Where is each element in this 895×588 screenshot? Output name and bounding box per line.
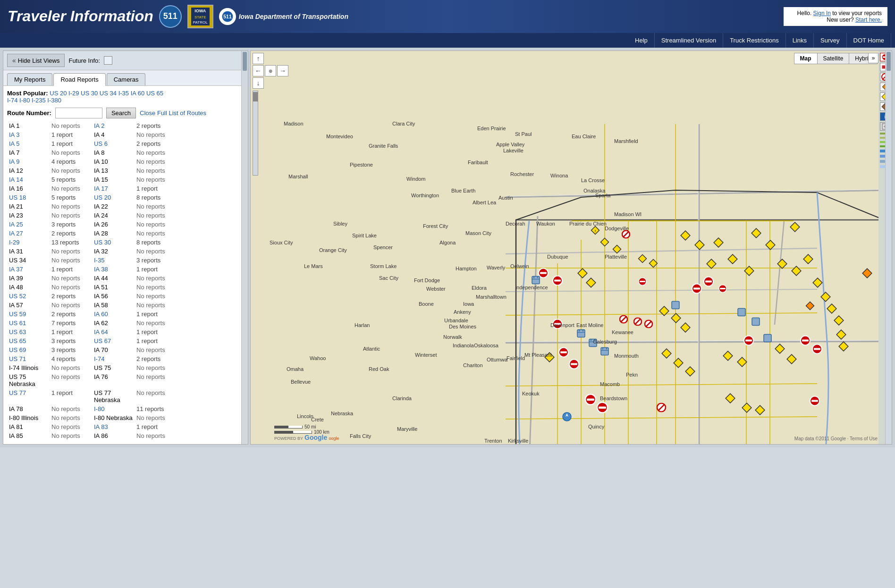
route-link-i-35[interactable]: I-35 [94, 257, 104, 264]
route-link-us69[interactable]: US 69 [9, 346, 26, 353]
route-number-input[interactable] [55, 108, 102, 118]
svg-rect-97 [723, 351, 733, 361]
route-link-us59[interactable]: US 59 [9, 311, 26, 318]
route-link-us63[interactable]: US 63 [9, 328, 26, 336]
hide-list-button[interactable]: « Hide List Views [7, 54, 65, 67]
route-link-ia9[interactable]: IA 9 [9, 158, 19, 165]
popular-us30[interactable]: US 30 [81, 90, 98, 97]
left-scrollbar[interactable] [241, 51, 248, 444]
map-incident-10[interactable] [703, 277, 714, 288]
start-here-link[interactable]: Start here. [855, 17, 882, 23]
route-reports: No reports [50, 301, 92, 310]
route-link-i-29[interactable]: I-29 [9, 239, 19, 246]
route-link-us65[interactable]: US 65 [9, 337, 26, 344]
route-link-i-80[interactable]: I-80 [94, 405, 104, 412]
route-link-ia37[interactable]: IA 37 [9, 266, 23, 273]
route-link-us77[interactable]: US 77 [9, 389, 26, 396]
tab-cameras[interactable]: Cameras [107, 73, 146, 85]
route-link-ia64[interactable]: IA 64 [94, 328, 108, 336]
map-incident-4[interactable] [558, 347, 569, 359]
map-collapse-button[interactable]: » [868, 53, 878, 63]
map-btn-north[interactable]: ↑ [253, 53, 264, 64]
popular-us20[interactable]: US 20 [50, 90, 67, 97]
table-row: US 617 reportsIA 62No reports [7, 319, 244, 328]
popular-i74[interactable]: I-74 [7, 97, 17, 104]
nav-survey[interactable]: Survey [814, 33, 846, 48]
map-incident-3[interactable] [552, 319, 563, 331]
diamond-31 [725, 393, 735, 405]
route-link-us6[interactable]: US 6 [94, 140, 108, 147]
map-incident-7[interactable] [597, 402, 608, 415]
zoom-slider[interactable] [253, 91, 258, 176]
close-full-list-link[interactable]: Close Full List of Routes [140, 109, 206, 117]
svg-rect-57 [811, 400, 818, 402]
map-incident-8[interactable] [638, 277, 647, 287]
map-vscroll[interactable] [885, 51, 892, 444]
route-link-ia14[interactable]: IA 14 [9, 176, 23, 183]
route-reports: 3 reports [135, 256, 244, 265]
map-btn-south[interactable]: ↓ [253, 77, 264, 89]
svg-text:511: 511 [223, 13, 232, 19]
popular-ia60[interactable]: IA 60 [131, 90, 145, 97]
map-incident-9[interactable] [692, 284, 702, 295]
nav-truck-restrictions[interactable]: Truck Restrictions [723, 33, 786, 48]
route-link-i-74[interactable]: I-74 [94, 355, 104, 362]
map-btn-west[interactable]: ← [253, 65, 264, 76]
nav-help[interactable]: Help [628, 33, 655, 48]
route-link-ia38[interactable]: IA 38 [94, 266, 108, 273]
route-link-ia27[interactable]: IA 27 [9, 230, 23, 237]
map-type-satellite[interactable]: Satellite [818, 53, 850, 64]
popular-i80[interactable]: I-80 [19, 97, 30, 104]
popular-i235[interactable]: I-235 [32, 97, 46, 104]
map-incident-13[interactable] [800, 336, 811, 347]
nav-dot-home[interactable]: DOT Home [847, 33, 892, 48]
svg-rect-74 [681, 231, 690, 240]
route-link-us71[interactable]: US 71 [9, 355, 26, 362]
nav-links[interactable]: Links [786, 33, 814, 48]
map-center-btn[interactable]: ⊕ [265, 65, 276, 76]
route-link-us30[interactable]: US 30 [94, 239, 111, 246]
diamond-23 [659, 306, 669, 318]
map-incident-11[interactable] [718, 285, 727, 294]
route-reports: No reports [135, 166, 244, 175]
route-link-ia3[interactable]: IA 3 [9, 131, 19, 138]
route-link-us18[interactable]: US 18 [9, 194, 26, 201]
zoom-slider-thumb[interactable] [253, 92, 258, 101]
route-link-ia60[interactable]: IA 60 [94, 311, 108, 318]
route-link-ia2[interactable]: IA 2 [94, 122, 104, 129]
route-link-us67[interactable]: US 67 [94, 337, 111, 344]
map-incident-15[interactable] [810, 396, 820, 408]
map-incident-6[interactable] [585, 394, 596, 407]
map-forbidden-3 [633, 318, 642, 328]
nav-streamlined[interactable]: Streamlined Version [655, 33, 723, 48]
popular-i29[interactable]: I-29 [68, 90, 79, 97]
header-right: Hello. Sign In to view your reports New … [784, 7, 887, 26]
route-link-us52[interactable]: US 52 [9, 293, 26, 300]
route-link-ia83[interactable]: IA 83 [94, 423, 108, 430]
svg-rect-80 [751, 228, 761, 238]
tab-road-reports[interactable]: Road Reports [53, 73, 105, 86]
collapse-icon: « [12, 57, 16, 64]
tab-my-reports[interactable]: My Reports [7, 73, 52, 85]
map-type-map[interactable]: Map [794, 53, 818, 64]
map-incident-14[interactable] [812, 344, 822, 356]
route-link-us20[interactable]: US 20 [94, 194, 111, 201]
route-link-ia25[interactable]: IA 25 [9, 221, 23, 228]
route-reports: No reports [135, 157, 244, 166]
popular-us34[interactable]: US 34 [100, 90, 117, 97]
sign-in-link[interactable]: Sign In [813, 10, 831, 17]
map-incident-12[interactable] [743, 336, 754, 347]
map-btn-east[interactable]: → [277, 65, 288, 76]
popular-i35[interactable]: I-35 [118, 90, 129, 97]
route-link-ia5[interactable]: IA 5 [9, 140, 19, 147]
popular-us65[interactable]: US 65 [146, 90, 163, 97]
diamond-18 [820, 292, 831, 303]
map-incident-2[interactable] [552, 276, 563, 287]
search-button[interactable]: Search [106, 108, 136, 118]
popular-i380[interactable]: I-380 [47, 97, 61, 104]
route-link-us61[interactable]: US 61 [9, 319, 26, 327]
map-incident-5[interactable] [569, 359, 579, 371]
table-row: IA 57No reportsIA 58No reports [7, 301, 244, 310]
future-info-checkbox[interactable] [104, 56, 112, 65]
route-link-ia17[interactable]: IA 17 [94, 185, 108, 192]
